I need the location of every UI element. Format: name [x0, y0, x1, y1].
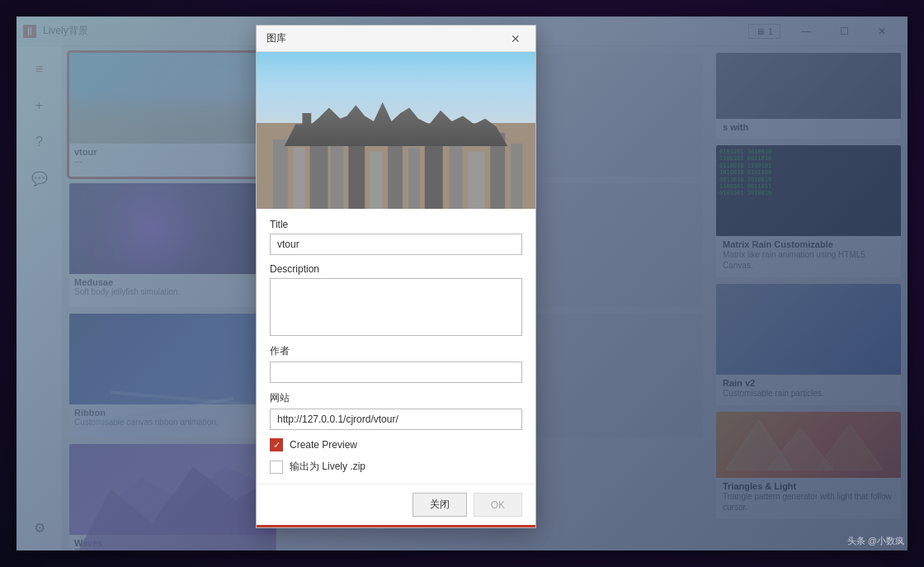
form-label-author: 作者	[270, 344, 522, 358]
export-zip-row: 输出为 Lively .zip	[270, 460, 522, 474]
form-group-author: 作者	[270, 344, 522, 383]
close-button[interactable]: 关闭	[412, 493, 467, 517]
svg-rect-8	[310, 130, 328, 209]
modal-footer: 关闭 OK	[257, 484, 535, 525]
modal-form: Title Description 作者 网站	[257, 209, 535, 484]
form-label-title: Title	[270, 219, 522, 230]
form-label-website: 网站	[270, 391, 522, 405]
svg-rect-18	[511, 143, 522, 209]
modal-dialog: 图库 ✕	[256, 25, 536, 528]
form-group-title: Title	[270, 219, 522, 255]
export-zip-checkbox[interactable]	[270, 461, 283, 474]
export-zip-label: 输出为 Lively .zip	[290, 460, 365, 474]
author-input[interactable]	[270, 361, 522, 383]
svg-rect-10	[348, 126, 365, 209]
modal-overlay: 图库 ✕	[0, 0, 924, 567]
modal-title: 图库	[266, 31, 286, 45]
title-input[interactable]	[270, 234, 522, 255]
svg-rect-7	[294, 147, 305, 209]
svg-rect-6	[273, 139, 288, 209]
form-group-desc: Description	[270, 263, 522, 336]
svg-rect-15	[450, 139, 463, 209]
form-group-website: 网站	[270, 391, 522, 430]
form-label-desc: Description	[270, 263, 522, 275]
svg-rect-9	[330, 143, 343, 209]
ok-button[interactable]: OK	[474, 493, 522, 517]
svg-rect-14	[425, 129, 443, 209]
description-input[interactable]	[270, 278, 522, 336]
svg-rect-17	[490, 132, 505, 209]
svg-rect-13	[408, 147, 420, 209]
modal-body: Title Description 作者 网站	[257, 52, 535, 527]
create-preview-label: Create Preview	[290, 439, 357, 451]
create-preview-row: Create Preview	[270, 438, 522, 451]
svg-rect-16	[468, 151, 484, 209]
modal-close-button[interactable]: ✕	[506, 29, 526, 49]
svg-rect-12	[388, 135, 403, 209]
modal-bottom-accent	[257, 525, 535, 527]
website-input[interactable]	[270, 409, 522, 430]
modal-title-bar: 图库 ✕	[257, 26, 535, 52]
create-preview-checkbox[interactable]	[270, 438, 283, 451]
svg-rect-11	[370, 151, 382, 209]
modal-preview-image	[257, 52, 535, 209]
